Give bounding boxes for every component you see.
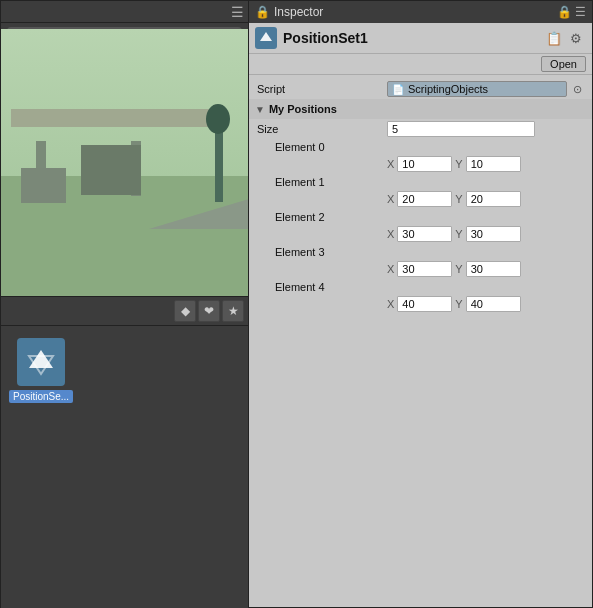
element-2-y-label: Y [455,228,462,240]
element-2-xy: X Y [387,226,521,242]
element-0-y-label: Y [455,158,462,170]
inspector-menu-icon[interactable]: ☰ [575,5,586,19]
scene-tree-trunk [215,122,223,202]
element-3-y-input[interactable] [466,261,521,277]
element-3-label: Element 3 [249,244,592,259]
assets-area: PositionSe... [1,326,248,608]
element-3-xy: X Y [387,261,521,277]
script-reset-icon[interactable]: ⊙ [571,83,584,96]
element-4-x-label: X [387,298,394,310]
open-button[interactable]: Open [541,56,586,72]
element-0-row: X Y [249,154,592,174]
element-1-x-label: X [387,193,394,205]
inspector-title-bar: 🔒 Inspector 🔒 ☰ [249,1,592,23]
element-3-row: X Y [249,259,592,279]
inspector-icon: 🔒 [255,5,270,19]
section-triangle-icon: ▼ [255,104,265,115]
left-top-bar: ☰ [1,1,248,23]
component-unity-logo [258,30,274,46]
element-3-y-label: Y [455,263,462,275]
inspector-title: Inspector [274,5,553,19]
script-row: Script 📄 ScriptingObjects ⊙ [249,79,592,99]
asset-icon-positionset [17,338,65,386]
inspector-title-buttons: 🔒 ☰ [557,5,586,19]
inspector-body: Script 📄 ScriptingObjects ⊙ ▼ My Positio… [249,75,592,607]
component-header: PositionSet1 📋 ⚙ [249,23,592,54]
left-panel: ☰ ◆ ❤ ★ [1,1,249,608]
inspector-lock-icon[interactable]: 🔒 [557,5,572,19]
element-2-row: X Y [249,224,592,244]
component-icon [255,27,277,49]
element-1-label: Element 1 [249,174,592,189]
element-1-y-input[interactable] [466,191,521,207]
element-0-x-input[interactable] [397,156,452,172]
element-0-label: Element 0 [249,139,592,154]
scene-block-secondary [21,168,66,203]
element-4-y-input[interactable] [466,296,521,312]
element-0-xy: X Y [387,156,521,172]
element-4-values: X Y [387,296,584,312]
header-right-buttons: 📋 ⚙ [544,28,586,48]
asset-item-positionset[interactable]: PositionSe... [9,338,73,403]
component-name: PositionSet1 [283,30,538,46]
element-1-row: X Y [249,189,592,209]
element-1-x-input[interactable] [397,191,452,207]
script-file-icon: 📄 [392,84,404,95]
size-row: Size [249,119,592,139]
size-value-container [387,121,584,137]
component-gear-icon[interactable]: ⚙ [566,28,586,48]
svg-marker-2 [260,32,272,41]
my-positions-title: My Positions [269,103,337,115]
element-2-values: X Y [387,226,584,242]
toolbar-pin-button[interactable]: ◆ [174,300,196,322]
size-label: Size [257,123,387,135]
scene-bridge [11,109,211,127]
size-input[interactable] [387,121,535,137]
element-4-label: Element 4 [249,279,592,294]
element-0-x-label: X [387,158,394,170]
element-1-values: X Y [387,191,584,207]
component-book-icon[interactable]: 📋 [544,28,564,48]
toolbar-star-button[interactable]: ★ [222,300,244,322]
scene-block-main [81,145,141,195]
element-2-x-input[interactable] [397,226,452,242]
element-1-y-label: Y [455,193,462,205]
element-2-label: Element 2 [249,209,592,224]
element-3-x-label: X [387,263,394,275]
element-4-y-label: Y [455,298,462,310]
script-name: ScriptingObjects [408,83,488,95]
element-0-y-input[interactable] [466,156,521,172]
element-1-xy: X Y [387,191,521,207]
asset-label-positionset: PositionSe... [9,390,73,403]
scene-tree-top [206,104,230,134]
element-0-values: X Y [387,156,584,172]
element-2-y-input[interactable] [466,226,521,242]
element-3-values: X Y [387,261,584,277]
scene-view [1,29,248,296]
element-4-x-input[interactable] [397,296,452,312]
panel-menu-icon[interactable]: ☰ [231,4,244,20]
element-4-xy: X Y [387,296,521,312]
element-3-x-input[interactable] [397,261,452,277]
script-label: Script [257,83,387,95]
unity-logo-svg [25,346,57,378]
toolbar-tag-button[interactable]: ❤ [198,300,220,322]
element-4-row: X Y [249,294,592,314]
script-field[interactable]: 📄 ScriptingObjects [387,81,567,97]
script-value: 📄 ScriptingObjects ⊙ [387,81,584,97]
my-positions-section-header[interactable]: ▼ My Positions [249,99,592,119]
element-2-x-label: X [387,228,394,240]
inspector-panel: 🔒 Inspector 🔒 ☰ PositionSet1 📋 ⚙ Open [249,1,592,607]
svg-marker-0 [29,350,53,368]
bottom-toolbar: ◆ ❤ ★ [1,296,248,326]
